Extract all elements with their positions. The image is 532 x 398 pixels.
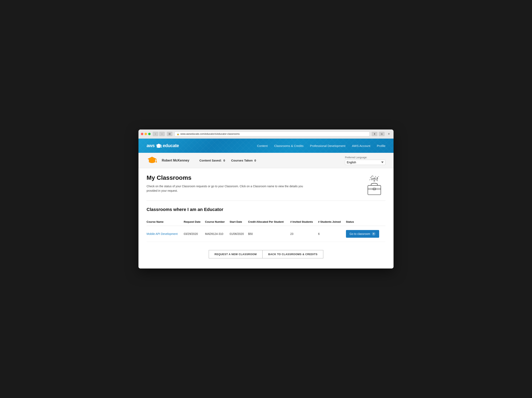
language-label: Preferred Language: (345, 156, 386, 159)
duplicate-button[interactable]: ⧉ (379, 132, 385, 136)
go-to-classroom-label: Go to classroom (350, 232, 370, 235)
go-to-classroom-button[interactable]: Go to classroom ➤ (346, 230, 379, 238)
user-avatar-icon (146, 155, 158, 166)
nav-aws-account[interactable]: AWS Account (352, 144, 370, 148)
svg-rect-12 (368, 189, 381, 190)
cell-course-number: MAD9124-310 (205, 226, 230, 242)
cell-start-date: 01/06/2020 (229, 226, 248, 242)
col-start-date: Start Date (229, 218, 248, 226)
svg-rect-11 (368, 185, 381, 195)
browser-window: ‹ › ⊞ 🔒 www.awseducate.com/educator/s/ed… (139, 130, 393, 268)
main-content: My Classrooms Check on the status of you… (139, 168, 393, 268)
url-text: www.awseducate.com/educator/s/educator-c… (180, 132, 240, 135)
avatar (146, 155, 158, 166)
cell-request-date: 03/29/2020 (184, 226, 205, 242)
back-button[interactable]: ‹ (153, 132, 158, 136)
page-illustration (363, 174, 386, 196)
svg-point-10 (377, 181, 378, 181)
nav-profile[interactable]: Profile (377, 144, 386, 148)
language-select[interactable]: English Spanish French German Japanese C… (345, 160, 386, 165)
svg-line-7 (370, 177, 372, 178)
course-name-link[interactable]: Mobile API Development (146, 232, 177, 235)
nav-content[interactable]: Content (257, 144, 268, 148)
cell-status: Go to classroom ➤ (346, 226, 386, 242)
classrooms-table: Course Name Request Date Course Number S… (146, 218, 386, 242)
request-new-classroom-button[interactable]: REQUEST A NEW CLASSROOM (209, 250, 262, 258)
browser-actions: ⬆ ⧉ (372, 132, 385, 136)
svg-point-1 (161, 147, 162, 148)
address-bar[interactable]: 🔒 www.awseducate.com/educator/s/educator… (175, 131, 370, 136)
aws-nav: Content Classrooms & Credits Professiona… (257, 144, 386, 148)
col-course-number: Course Number (205, 218, 230, 226)
col-students-joined: # Students Joined (318, 218, 346, 226)
aws-logo-text: aws (146, 143, 155, 148)
section-divider (146, 201, 386, 201)
table-body: Mobile API Development 03/29/2020 MAD912… (146, 226, 386, 242)
graduation-cap-icon (155, 143, 162, 149)
arrow-icon: ➤ (372, 232, 375, 236)
cell-credit-allocated: $50 (248, 226, 290, 242)
cell-invited-students: 23 (290, 226, 318, 242)
svg-point-8 (369, 180, 370, 180)
maximize-button[interactable] (148, 133, 151, 135)
browser-chrome: ‹ › ⊞ 🔒 www.awseducate.com/educator/s/ed… (139, 130, 393, 139)
col-request-date: Request Date (184, 218, 205, 226)
lock-icon: 🔒 (177, 133, 179, 135)
page-content: aws educate Content Classrooms & Credits… (139, 139, 393, 268)
svg-rect-5 (371, 178, 373, 180)
svg-point-4 (374, 180, 375, 181)
page-header: My Classrooms Check on the status of you… (146, 174, 386, 196)
forward-button[interactable]: › (159, 132, 165, 136)
back-to-classrooms-button[interactable]: BACK TO CLASSROOMS & CREDITS (262, 250, 323, 258)
nav-buttons: ‹ › (153, 132, 165, 136)
table-header-row: Course Name Request Date Course Number S… (146, 218, 386, 226)
user-stats: Content Saved: 0 Courses Taken 0 (199, 159, 256, 162)
content-saved-value: 0 (223, 159, 225, 162)
cell-course-name: Mobile API Development (146, 226, 184, 242)
bottom-actions: REQUEST A NEW CLASSROOM BACK TO CLASSROO… (146, 250, 386, 258)
toolbox-illustration (363, 174, 386, 196)
content-saved-stat: Content Saved: 0 (199, 159, 225, 162)
col-invited-students: # Invited Students (290, 218, 318, 226)
courses-taken-stat: Courses Taken 0 (231, 159, 256, 162)
courses-taken-value: 0 (254, 159, 256, 162)
content-saved-label: Content Saved: (199, 159, 222, 162)
cell-students-joined: 6 (318, 226, 346, 242)
minimize-button[interactable] (145, 133, 147, 135)
user-name: Robert McKenney (162, 159, 189, 162)
col-status: Status (346, 218, 386, 226)
new-tab-button[interactable]: + (387, 132, 391, 136)
aws-header: aws educate Content Classrooms & Credits… (139, 139, 393, 153)
aws-educate-text: educate (163, 143, 179, 148)
col-course-name: Course Name (146, 218, 184, 226)
user-bar: Robert McKenney Content Saved: 0 Courses… (139, 153, 393, 168)
svg-point-9 (378, 176, 379, 177)
share-button[interactable]: ⬆ (372, 132, 377, 136)
aws-logo[interactable]: aws educate (146, 143, 179, 149)
col-credit-allocated: Credit Allocated Per Student (248, 218, 290, 226)
section-title: Classrooms where I am an Educator (146, 207, 386, 212)
sidebar-button[interactable]: ⊞ (167, 132, 172, 136)
nav-professional-development[interactable]: Professional Development (310, 144, 345, 148)
traffic-lights (141, 133, 151, 135)
language-preference: Preferred Language: English Spanish Fren… (345, 156, 386, 165)
close-button[interactable] (141, 133, 143, 135)
svg-point-6 (376, 179, 377, 180)
page-header-left: My Classrooms Check on the status of you… (146, 174, 363, 193)
page-description: Check on the status of your Classroom re… (146, 184, 304, 193)
table-row: Mobile API Development 03/29/2020 MAD912… (146, 226, 386, 242)
table-header: Course Name Request Date Course Number S… (146, 218, 386, 226)
nav-classrooms-credits[interactable]: Classrooms & Credits (274, 144, 304, 148)
page-title: My Classrooms (146, 174, 363, 181)
svg-point-3 (156, 161, 157, 163)
courses-taken-label: Courses Taken (231, 159, 253, 162)
